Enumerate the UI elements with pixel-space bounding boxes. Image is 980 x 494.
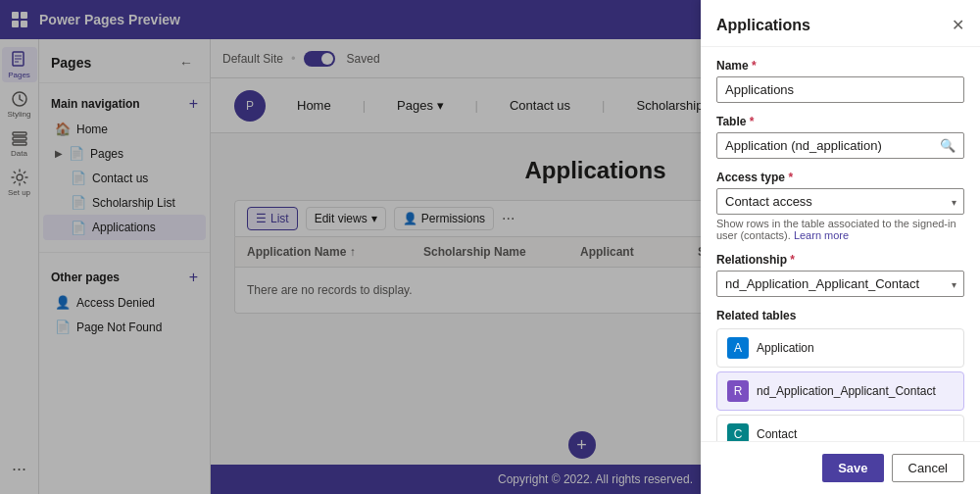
table-value-display[interactable]: Application (nd_application) 🔍 [716, 132, 964, 159]
access-type-select-wrapper: Contact access ▾ [716, 188, 964, 215]
table-field-label: Table * [716, 115, 964, 128]
table-field-group: Table * Application (nd_application) 🔍 [716, 115, 964, 159]
access-type-label: Access type * [716, 171, 964, 184]
access-type-select[interactable]: Contact access [716, 188, 964, 215]
application-table-name: Application [757, 341, 814, 355]
modal-overlay: Applications ✕ Name * Table * [0, 0, 980, 494]
relationship-select-wrapper: nd_Application_Applicant_Contact ▾ [716, 271, 964, 297]
table-required: * [750, 115, 755, 128]
relationship-select[interactable]: nd_Application_Applicant_Contact [716, 271, 964, 297]
modal-close-btn[interactable]: ✕ [952, 16, 964, 34]
modal-header: Applications ✕ [701, 0, 980, 47]
relationship-required: * [790, 253, 795, 267]
related-tables-label: Related tables [716, 309, 964, 322]
nd-application-table-name: nd_Application_Applicant_Contact [757, 384, 936, 398]
name-field-group: Name * [716, 59, 964, 103]
access-type-required: * [788, 171, 793, 184]
related-table-application: A Application [716, 328, 964, 368]
modal-body: Name * Table * Application (nd_applicati… [701, 47, 980, 441]
access-type-helper: Show rows in the table associated to the… [716, 218, 964, 241]
modal-footer: Save Cancel [701, 441, 980, 494]
access-type-field-group: Access type * Contact access ▾ Show rows… [716, 171, 964, 241]
name-required: * [752, 59, 757, 73]
table-search-icon: 🔍 [940, 138, 956, 153]
relationship-field-group: Relationship * nd_Application_Applicant_… [716, 253, 964, 297]
save-button[interactable]: Save [822, 454, 883, 482]
application-table-icon: A [727, 337, 749, 359]
modal-title: Applications [716, 17, 810, 34]
cancel-button[interactable]: Cancel [892, 454, 964, 482]
relationship-label: Relationship * [716, 253, 964, 267]
applications-modal: Applications ✕ Name * Table * [701, 0, 980, 494]
related-table-contact: C Contact [716, 415, 964, 441]
related-tables-section: Related tables A Application R nd_Applic… [716, 309, 964, 441]
name-field-label: Name * [716, 59, 964, 73]
table-select-wrapper: Application (nd_application) 🔍 [716, 132, 964, 159]
nd-application-table-icon: R [727, 380, 749, 402]
related-table-nd-application: R nd_Application_Applicant_Contact [716, 371, 964, 411]
contact-table-icon: C [727, 423, 749, 441]
learn-more-link[interactable]: Learn more [794, 229, 849, 241]
name-input[interactable] [716, 76, 964, 103]
contact-table-name: Contact [757, 427, 797, 441]
